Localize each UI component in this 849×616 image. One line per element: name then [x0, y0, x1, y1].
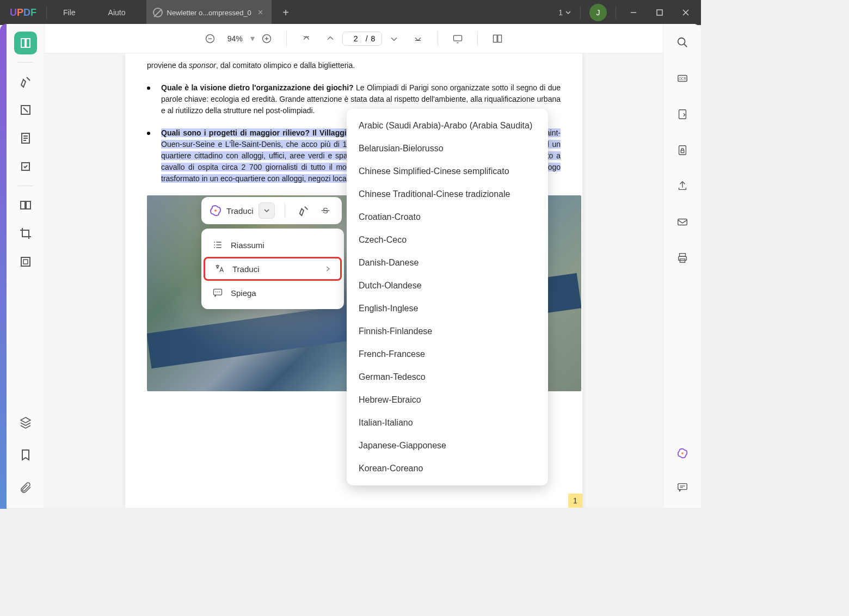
highlight-mini-icon[interactable]	[295, 202, 312, 219]
zoom-out-button[interactable]	[198, 27, 222, 51]
chevron-right-icon	[324, 265, 331, 273]
svg-rect-18	[681, 150, 684, 153]
ai-logo-icon	[209, 204, 222, 217]
bookmark-icon[interactable]	[14, 443, 37, 466]
presentation-button[interactable]	[446, 27, 470, 51]
page-marker: 1	[568, 494, 582, 508]
lang-item[interactable]: Chinese Simplified-Cinese semplificato	[347, 160, 548, 183]
right-sidebar: OCR	[663, 24, 701, 508]
svg-text:OCR: OCR	[678, 77, 686, 81]
layers-icon[interactable]	[14, 411, 37, 434]
svg-rect-24	[678, 484, 687, 490]
prev-page-button[interactable]	[318, 27, 342, 51]
svg-point-28	[216, 292, 217, 293]
svg-rect-10	[454, 35, 462, 41]
convert-icon[interactable]	[672, 103, 693, 125]
lang-item[interactable]: Arabic (Saudi Arabia)-Arabo (Arabia Saud…	[347, 114, 548, 137]
crop-tool[interactable]	[14, 222, 37, 245]
lang-item[interactable]: Chinese Traditional-Cinese tradizionale	[347, 183, 548, 206]
form-tool[interactable]	[14, 155, 37, 178]
ocr-icon[interactable]: OCR	[672, 67, 693, 89]
organize-tool[interactable]	[14, 194, 37, 217]
summarize-item[interactable]: Riassumi	[204, 233, 342, 257]
svg-rect-7	[23, 260, 28, 264]
translate-label[interactable]: Traduci	[226, 206, 253, 215]
ai-context-menu: Riassumi Traduci Spiega	[201, 229, 344, 309]
ai-assistant-icon[interactable]	[672, 442, 693, 464]
highlight-tool[interactable]	[14, 70, 37, 93]
svg-rect-5	[26, 201, 30, 209]
tab-doc-icon	[153, 8, 163, 17]
app-logo: UPDF	[0, 7, 46, 19]
minimize-button[interactable]	[625, 4, 642, 21]
next-page-button[interactable]	[382, 27, 406, 51]
ai-translate-bar: Traduci S	[201, 197, 342, 224]
tab-count[interactable]: 1	[558, 8, 571, 17]
lang-item[interactable]: Hebrew-Ebraico	[347, 389, 548, 411]
lang-item[interactable]: Croatian-Croato	[347, 206, 548, 229]
lang-item[interactable]: Dutch-Olandese	[347, 274, 548, 297]
explain-item[interactable]: Spiega	[204, 281, 342, 305]
print-icon[interactable]	[672, 247, 693, 269]
comment-icon[interactable]	[672, 476, 693, 498]
reader-tool[interactable]	[14, 32, 37, 54]
chat-icon	[212, 287, 223, 298]
add-tab-button[interactable]: +	[272, 7, 300, 19]
chevron-down-icon	[565, 9, 571, 16]
zoom-in-button[interactable]	[255, 27, 279, 51]
page-view-button[interactable]	[485, 27, 509, 51]
translate-icon	[214, 263, 225, 274]
list-icon	[212, 239, 223, 250]
share-icon[interactable]	[672, 175, 693, 197]
attachment-icon[interactable]	[14, 476, 37, 499]
svg-point-25	[214, 210, 217, 212]
translate-dropdown-button[interactable]	[259, 202, 275, 219]
last-page-button[interactable]	[406, 27, 430, 51]
svg-point-23	[681, 452, 684, 454]
lang-item[interactable]: French-Francese	[347, 343, 548, 366]
lang-item[interactable]: Finnish-Finlandese	[347, 320, 548, 343]
menu-help[interactable]: Aiuto	[92, 8, 142, 17]
tab-title: Newletter o...ompressed_0	[167, 9, 251, 17]
language-submenu: Arabic (Saudi Arabia)-Arabo (Arabia Saud…	[347, 109, 548, 485]
protect-icon[interactable]	[672, 139, 693, 161]
zoom-percent: 94%	[222, 34, 248, 43]
svg-point-30	[219, 292, 220, 293]
watermark-tool[interactable]	[14, 250, 37, 273]
pages-tool[interactable]	[14, 127, 37, 150]
svg-point-29	[217, 292, 218, 293]
svg-rect-19	[678, 219, 687, 225]
lang-item[interactable]: Italian-Italiano	[347, 411, 548, 434]
lang-item[interactable]: Belarusian-Bielorusso	[347, 137, 548, 160]
strikethrough-mini-icon[interactable]: S	[317, 202, 334, 219]
page-input[interactable]: / 8	[342, 32, 383, 46]
lang-item[interactable]: Korean-Coreano	[347, 457, 548, 480]
close-icon[interactable]: ×	[256, 8, 265, 17]
lang-item[interactable]: Czech-Ceco	[347, 229, 548, 251]
lang-item[interactable]: Japanese-Giapponese	[347, 434, 548, 457]
left-sidebar	[7, 24, 45, 508]
lang-item[interactable]: English-Inglese	[347, 297, 548, 320]
svg-rect-6	[21, 257, 30, 266]
zoom-dropdown-icon[interactable]: ▾	[250, 33, 255, 44]
svg-rect-4	[21, 201, 25, 209]
titlebar: UPDF File Aiuto Newletter o...ompressed_…	[0, 0, 701, 25]
edit-tool[interactable]	[14, 98, 37, 121]
toolbar: 94% ▾ / 8	[45, 24, 663, 53]
avatar[interactable]: J	[589, 4, 607, 21]
search-icon[interactable]	[672, 32, 693, 53]
svg-rect-0	[657, 10, 662, 15]
document-tab[interactable]: Newletter o...ompressed_0 ×	[146, 0, 272, 25]
page-current-field[interactable]	[349, 34, 362, 43]
translate-item[interactable]: Traduci	[204, 257, 342, 281]
lang-item[interactable]: Danish-Danese	[347, 251, 548, 274]
svg-point-13	[678, 38, 685, 45]
email-icon[interactable]	[672, 211, 693, 233]
maximize-button[interactable]	[651, 4, 668, 21]
svg-rect-20	[679, 254, 685, 257]
first-page-button[interactable]	[294, 27, 318, 51]
close-button[interactable]	[677, 4, 694, 21]
page-total: 8	[371, 34, 376, 43]
menu-file[interactable]: File	[47, 8, 92, 17]
lang-item[interactable]: German-Tedesco	[347, 366, 548, 389]
